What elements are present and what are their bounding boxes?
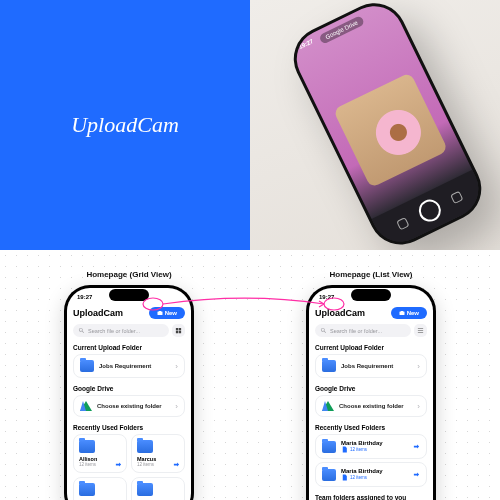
grid-icon (175, 327, 182, 334)
hero-panel: 19:27 Google Drive (250, 0, 500, 250)
gallery-icon[interactable] (396, 217, 409, 230)
section-current-title: Current Upload Folder (73, 344, 185, 351)
section-recent-title: Recently Used Folders (315, 424, 427, 431)
app-header: UploadCam New (315, 307, 427, 319)
folder-card[interactable]: Allison 12 items (73, 434, 127, 473)
folder-card[interactable]: Shopia 12 items (73, 477, 127, 500)
app-title: UploadCam (315, 308, 365, 318)
search-placeholder: Search file or folder... (330, 328, 382, 334)
folder-meta: 12 items (341, 474, 383, 481)
app-header: UploadCam New (73, 307, 185, 319)
new-button[interactable]: New (391, 307, 427, 319)
app-screen-list: 19:27 UploadCam New Search file or folde… (309, 288, 433, 500)
current-folder-card[interactable]: Jobs Requirement › (315, 354, 427, 378)
search-input[interactable]: Search file or folder... (315, 324, 411, 337)
section-recent-title: Recently Used Folders (73, 424, 185, 431)
shutter-button[interactable] (415, 195, 444, 224)
share-icon[interactable] (115, 461, 122, 468)
drive-card[interactable]: Choose existing folder › (73, 395, 185, 417)
new-button-label: New (407, 310, 419, 316)
new-button-label: New (165, 310, 177, 316)
column-title: Homepage (Grid View) (86, 270, 171, 279)
chevron-right-icon: › (175, 362, 178, 371)
chevron-right-icon: › (417, 402, 420, 411)
list-icon (417, 327, 424, 334)
donut-subject (368, 101, 430, 163)
app-screen-grid: 19:27 UploadCam New Search file or folde… (67, 288, 191, 500)
column-title: Homepage (List View) (330, 270, 413, 279)
dynamic-island (351, 289, 391, 301)
folder-icon (137, 483, 153, 496)
camera-toolbar (372, 169, 488, 250)
drive-action-label: Choose existing folder (97, 403, 162, 409)
folder-icon (80, 360, 94, 372)
section-current-title: Current Upload Folder (315, 344, 427, 351)
list-item[interactable]: Maria Birthday 12 items (315, 462, 427, 487)
column-grid-view: Homepage (Grid View) 19:27 UploadCam New… (18, 270, 241, 500)
cutting-board (333, 72, 448, 188)
brand-panel: UploadCam (0, 0, 250, 250)
share-icon[interactable] (173, 461, 180, 468)
folder-icon (322, 360, 336, 372)
hero-phone-mockup: 19:27 Google Drive (283, 0, 492, 250)
current-folder-name: Jobs Requirement (99, 363, 151, 369)
phone-frame-list: 19:27 UploadCam New Search file or folde… (306, 285, 436, 500)
view-toggle-button[interactable] (172, 324, 185, 337)
folder-card[interactable]: Maria 12 items (131, 477, 185, 500)
dynamic-island (109, 289, 149, 301)
folder-icon (137, 440, 153, 453)
folder-icon (322, 441, 336, 453)
folder-icon (322, 469, 336, 481)
doc-icon (341, 446, 348, 453)
new-button[interactable]: New (149, 307, 185, 319)
folder-card[interactable]: Marcus 12 items (131, 434, 185, 473)
current-folder-name: Jobs Requirement (341, 363, 393, 369)
section-team-title: Team folders assigned to you (315, 494, 427, 500)
drive-action-label: Choose existing folder (339, 403, 404, 409)
hero-camera-screen: 19:27 Google Drive (287, 0, 488, 250)
doc-icon (341, 474, 348, 481)
folder-icon (79, 483, 95, 496)
share-icon[interactable] (413, 443, 420, 450)
search-icon (320, 327, 327, 334)
hero-drive-pill: Google Drive (318, 15, 365, 45)
folder-meta: 12 items (341, 446, 383, 453)
screens-panel: Homepage (Grid View) 19:27 UploadCam New… (0, 250, 500, 500)
section-drive-title: Google Drive (315, 385, 427, 392)
camera-icon (157, 310, 163, 316)
list-item[interactable]: Maria Birthday 12 items (315, 434, 427, 459)
brand-logo-text: UploadCam (71, 112, 179, 138)
search-input[interactable]: Search file or folder... (73, 324, 169, 337)
share-icon[interactable] (413, 471, 420, 478)
chevron-right-icon: › (175, 402, 178, 411)
hero-status-time: 19:27 (298, 37, 314, 49)
search-icon (78, 327, 85, 334)
search-row: Search file or folder... (73, 324, 185, 337)
app-title: UploadCam (73, 308, 123, 318)
camera-icon (399, 310, 405, 316)
section-drive-title: Google Drive (73, 385, 185, 392)
current-folder-card[interactable]: Jobs Requirement › (73, 354, 185, 378)
chevron-right-icon: › (417, 362, 420, 371)
drive-card[interactable]: Choose existing folder › (315, 395, 427, 417)
folder-icon (79, 440, 95, 453)
top-section: UploadCam 19:27 Google Drive (0, 0, 500, 250)
google-drive-icon (322, 401, 334, 411)
view-toggle-button[interactable] (414, 324, 427, 337)
google-drive-icon (80, 401, 92, 411)
phone-frame-grid: 19:27 UploadCam New Search file or folde… (64, 285, 194, 500)
switch-camera-icon[interactable] (450, 190, 463, 203)
search-placeholder: Search file or folder... (88, 328, 140, 334)
column-list-view: Homepage (List View) 19:27 UploadCam New… (260, 270, 483, 500)
recent-folders-grid: Allison 12 items Marcus 12 items Shopia … (73, 434, 185, 500)
search-row: Search file or folder... (315, 324, 427, 337)
